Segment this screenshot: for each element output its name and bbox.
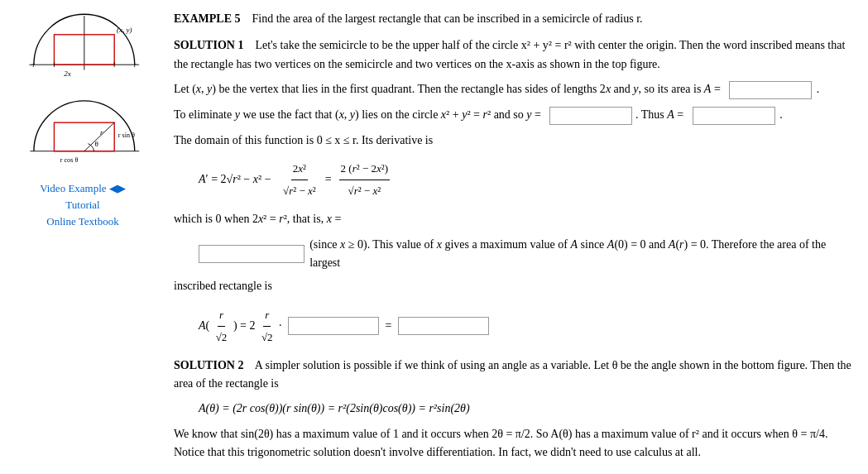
period1: . bbox=[817, 83, 820, 95]
example-header: EXAMPLE 5 Find the area of the largest r… bbox=[174, 10, 851, 28]
tutorial-link[interactable]: Tutorial bbox=[40, 199, 126, 212]
svg-text:(x, y): (x, y) bbox=[117, 26, 132, 34]
answer-line-1: (since x ≥ 0). This value of x gives a m… bbox=[199, 236, 851, 273]
domain-text: The domain of this function is 0 ≤ x ≤ r… bbox=[174, 134, 433, 146]
solution2-text: A simpler solution is possible if we thi… bbox=[174, 359, 851, 390]
numer-1: 2x² bbox=[291, 158, 308, 180]
svg-line-11 bbox=[84, 122, 114, 151]
r-numer-2: r bbox=[263, 304, 271, 327]
svg-text:r sin θ: r sin θ bbox=[118, 132, 135, 139]
solution1-intro: SOLUTION 1 Let's take the semicircle to … bbox=[174, 36, 851, 74]
derivative-formula-block: A′ = 2√r² − x² − 2x² √r² − x² = 2 (r² − … bbox=[199, 158, 851, 202]
top-diagram: (x, y) 2x −r r bbox=[17, 8, 149, 91]
a-formula-input[interactable] bbox=[288, 317, 379, 335]
sidebar-links: Video Example ◀▶ Tutorial Online Textboo… bbox=[40, 182, 126, 232]
a-input[interactable] bbox=[693, 107, 775, 125]
area-theta-formula: A(θ) = (2r cos(θ))(r sin(θ)) = r²(2sin(θ… bbox=[199, 402, 470, 414]
r-numer: r bbox=[218, 304, 225, 327]
main-content: EXAMPLE 5 Find the area of the largest r… bbox=[165, 0, 868, 474]
svg-text:2x: 2x bbox=[64, 69, 71, 78]
denom-2: √r² − x² bbox=[347, 180, 383, 202]
area-theta-para: A(θ) = (2r cos(θ))(r sin(θ)) = r²(2sin(θ… bbox=[199, 400, 851, 418]
sidebar: (x, y) 2x −r r r θ r cos θ r sin θ Video… bbox=[0, 0, 165, 474]
online-textbook-link[interactable]: Online Textbook bbox=[40, 215, 126, 228]
fraction-2: 2 (r² − 2x²) √r² − x² bbox=[339, 158, 390, 202]
let-text-para: Let (x, y) be the vertex that lies in th… bbox=[174, 80, 851, 99]
eliminate-text-para: To eliminate y we use the fact that (x, … bbox=[174, 106, 851, 125]
derivative-left: A′ = 2√r² − x² − bbox=[199, 173, 271, 185]
max-text-para: We know that sin(2θ) has a maximum value… bbox=[174, 425, 851, 462]
sqrt2-denom: √2 bbox=[214, 327, 229, 348]
inscribed-text-para: inscribed rectangle is bbox=[174, 277, 851, 295]
a-formula-mid: ) = 2 bbox=[233, 318, 256, 331]
denom-1: √r² − x² bbox=[281, 180, 318, 202]
since-text: (since x ≥ 0). This value of x gives a m… bbox=[309, 236, 851, 273]
numer-2: 2 (r² − 2x²) bbox=[339, 158, 390, 180]
a-formula-left: A( bbox=[199, 318, 209, 331]
svg-text:r: r bbox=[134, 61, 137, 69]
a-result-input[interactable] bbox=[398, 317, 489, 335]
svg-text:r: r bbox=[100, 128, 103, 136]
svg-rect-10 bbox=[54, 122, 114, 151]
solution1-block: SOLUTION 1 Let's take the semicircle to … bbox=[174, 36, 851, 347]
a-formula-dot: · bbox=[279, 318, 282, 331]
solution2-para: SOLUTION 2 A simpler solution is possibl… bbox=[174, 357, 851, 394]
example-question: Find the area of the largest rectangle t… bbox=[252, 12, 643, 25]
area-input-1[interactable] bbox=[729, 81, 812, 99]
r-over-sqrt2: r √2 bbox=[214, 304, 229, 348]
let-text: Let (x, y) be the vertex that lies in th… bbox=[174, 83, 721, 95]
max-text: We know that sin(2θ) has a maximum value… bbox=[174, 428, 827, 458]
period2: . bbox=[779, 108, 783, 121]
r-over-sqrt2-2: r √2 bbox=[260, 304, 275, 348]
svg-text:−r: −r bbox=[29, 61, 36, 69]
a-formula-eq: = bbox=[386, 318, 392, 331]
which-is-0-text: which is 0 when 2x² = r², that is, x = bbox=[174, 213, 341, 225]
bottom-diagram: r θ r cos θ r sin θ bbox=[17, 91, 149, 174]
solution2-block: SOLUTION 2 A simpler solution is possibl… bbox=[174, 357, 851, 462]
svg-text:r cos θ: r cos θ bbox=[60, 156, 79, 164]
domain-text-para: The domain of this function is 0 ≤ x ≤ r… bbox=[174, 132, 851, 150]
solution1-label: SOLUTION 1 bbox=[174, 39, 243, 51]
a-formula-block: A( r √2 ) = 2 r √2 · = bbox=[199, 304, 851, 348]
which-is-0-para: which is 0 when 2x² = r², that is, x = bbox=[174, 210, 851, 228]
solution1-text: Let's take the semicircle to be the uppe… bbox=[174, 39, 845, 69]
solution2-label: SOLUTION 2 bbox=[174, 359, 243, 371]
svg-text:θ: θ bbox=[95, 140, 98, 148]
example-label: EXAMPLE 5 bbox=[174, 12, 241, 25]
y-input[interactable] bbox=[549, 107, 632, 125]
fraction-1: 2x² √r² − x² bbox=[281, 158, 318, 202]
sqrt2-denom-2: √2 bbox=[260, 327, 275, 348]
inscribed-text: inscribed rectangle is bbox=[174, 280, 272, 292]
video-example-link[interactable]: Video Example ◀▶ bbox=[40, 182, 126, 195]
eliminate-text: To eliminate y we use the fact that (x, … bbox=[174, 108, 541, 121]
thus-text: . Thus A = bbox=[635, 108, 683, 121]
x-value-input[interactable] bbox=[199, 245, 305, 263]
